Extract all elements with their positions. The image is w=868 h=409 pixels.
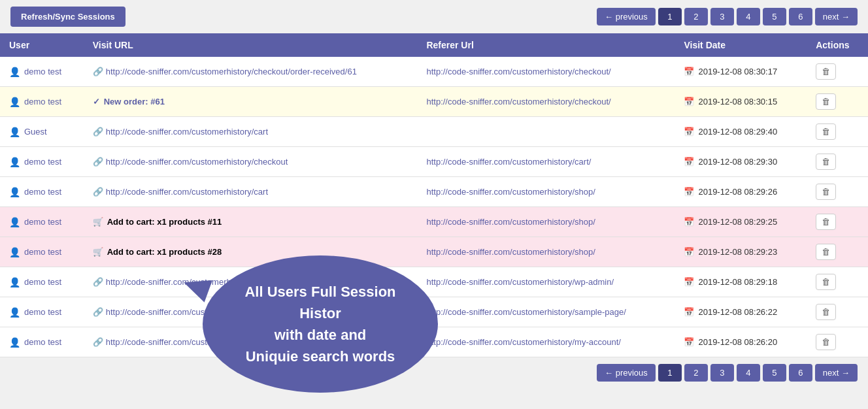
top-bar: Refresh/Sync Sessions ← previous 1 2 3 4… [0,0,868,33]
next-button-top[interactable]: next → [815,8,858,25]
user-cell: 👤demo test [0,87,84,117]
prev-button-top[interactable]: ← previous [597,8,656,25]
actions-cell: 🗑 [807,147,868,177]
page-4-top[interactable]: 4 [737,8,760,25]
refresh-button[interactable]: Refresh/Sync Sessions [10,7,125,27]
table-row: 👤demo test🛒Add to cart: x1 products #11h… [0,207,868,237]
referer-cell: http://code-sniffer.com/customerhistory/… [417,327,675,357]
user-icon: 👤 [9,97,20,107]
cart-label: 🛒Add to cart: x1 products #11 [93,217,409,227]
user-cell: 👤demo test [0,57,84,87]
delete-button[interactable]: 🗑 [816,304,836,320]
bottom-bar: ← previous 1 2 3 4 5 6 next → [0,357,868,388]
calendar-icon: 📅 [684,187,694,197]
page-3-bottom[interactable]: 3 [710,364,734,382]
visit-url-link[interactable]: 🔗http://code-sniffer.com/customerhistory… [93,67,409,76]
delete-button[interactable]: 🗑 [816,244,836,260]
user-cell: 👤demo test [0,297,84,327]
user-icon: 👤 [9,127,20,137]
page-1-bottom[interactable]: 1 [658,364,682,382]
link-icon: 🔗 [93,307,103,317]
delete-button[interactable]: 🗑 [816,154,836,170]
table-row: 👤demo test✓New order: #61http://code-sni… [0,87,868,117]
pagination-top: ← previous 1 2 3 4 5 6 next → [597,8,858,25]
date-value: 2019-12-08 08:29:26 [698,187,777,197]
user-icon: 👤 [9,337,20,348]
referer-text: http://code-sniffer.com/customerhistory/… [426,97,610,106]
referer-text: http://code-sniffer.com/customerhistory/… [426,337,620,347]
delete-button[interactable]: 🗑 [816,123,836,140]
visit-url-link[interactable]: 🔗http://code-sniffer.com/customerhistory… [93,277,409,287]
col-user: User [0,33,84,57]
link-icon: 🔗 [93,187,103,197]
calendar-icon: 📅 [684,307,694,317]
delete-button[interactable]: 🗑 [816,214,836,230]
visit-url-link[interactable]: 🔗http://code-sniffer.com/customerhistory… [93,187,409,197]
visit-url-link[interactable]: 🔗http://code-sniffer.com/customerhistory… [93,127,409,137]
referer-cell: http://code-sniffer.com/customerhistory/… [417,147,675,177]
referer-cell: http://code-sniffer.com/customerhistory/… [417,177,675,207]
page-3-top[interactable]: 3 [710,8,734,25]
date-cell: 📅2019-12-08 08:29:40 [675,117,807,147]
delete-button[interactable]: 🗑 [816,274,836,290]
user-name: demo test [24,217,61,227]
visit-url-cell: 🔗http://code-sniffer.com/customerhistory… [84,267,418,297]
user-cell: 👤demo test [0,147,84,177]
actions-cell: 🗑 [807,57,868,87]
referer-cell: http://code-sniffer.com/customerhistory/… [417,57,675,87]
referer-cell: http://code-sniffer.com/customerhistory/… [417,297,675,327]
page-4-bottom[interactable]: 4 [737,364,760,382]
table-row: 👤demo test🔗http://code-sniffer.com/custo… [0,177,868,207]
date-cell: 📅2019-12-08 08:29:30 [675,147,807,177]
date-value: 2019-12-08 08:30:15 [698,97,777,106]
col-actions: Actions [807,33,868,57]
date-value: 2019-12-08 08:26:20 [698,337,777,347]
actions-cell: 🗑 [807,297,868,327]
actions-cell: 🗑 [807,267,868,297]
next-button-bottom[interactable]: next → [815,364,858,382]
link-icon: 🔗 [93,337,103,347]
page-5-top[interactable]: 5 [763,8,786,25]
page-2-bottom[interactable]: 2 [684,364,708,382]
table-row: 👤demo test🔗http://code-sniffer.com/custo… [0,57,868,87]
table-row: 👤demo test🔗http://code-sniffer.com/custo… [0,297,868,327]
link-icon: 🔗 [93,67,103,76]
referer-text: http://code-sniffer.com/customerhistory/… [426,247,595,257]
prev-button-bottom[interactable]: ← previous [597,364,656,382]
page-1-top[interactable]: 1 [658,8,682,25]
cart-icon: 🛒 [93,247,103,257]
delete-button[interactable]: 🗑 [816,93,836,110]
user-name: demo test [24,247,61,257]
user-cell: 👤demo test [0,207,84,237]
user-icon: 👤 [9,187,20,197]
user-icon: 👤 [9,67,20,77]
calendar-icon: 📅 [684,97,694,106]
referer-text: http://code-sniffer.com/customerhistory/… [426,187,595,197]
visit-url-link[interactable]: 🔗http://code-sniffer.com/customerhistory… [93,157,409,167]
date-cell: 📅2019-12-08 08:29:23 [675,237,807,267]
table-row: 👤demo test🔗http://code-sniffer.com/custo… [0,327,868,357]
page-2-top[interactable]: 2 [684,8,708,25]
delete-button[interactable]: 🗑 [816,63,836,80]
visit-url-cell: 🛒Add to cart: x1 products #28 [84,237,418,267]
user-name: demo test [24,187,61,197]
delete-button[interactable]: 🗑 [816,184,836,200]
cart-label: 🛒Add to cart: x1 products #28 [93,247,409,257]
referer-text: http://code-sniffer.com/customerhistory/… [426,307,626,317]
table-row: 👤demo test🛒Add to cart: x1 products #28h… [0,237,868,267]
actions-cell: 🗑 [807,327,868,357]
page-6-top[interactable]: 6 [789,8,812,25]
col-referer: Referer Url [417,33,675,57]
page-6-bottom[interactable]: 6 [789,364,812,382]
delete-button[interactable]: 🗑 [816,334,836,350]
calendar-icon: 📅 [684,217,694,227]
visit-url-link[interactable]: 🔗http://code-sniffer.com/customerhistory… [93,337,409,347]
page-5-bottom[interactable]: 5 [763,364,786,382]
user-name: demo test [24,67,61,76]
date-value: 2019-12-08 08:29:23 [698,247,777,257]
date-value: 2019-12-08 08:29:40 [698,127,777,137]
user-name: demo test [24,307,61,317]
user-cell: 👤demo test [0,267,84,297]
visit-url-link[interactable]: 🔗http://code-sniffer.com/customerhistory… [93,307,409,317]
referer-cell: http://code-sniffer.com/customerhistory/… [417,237,675,267]
